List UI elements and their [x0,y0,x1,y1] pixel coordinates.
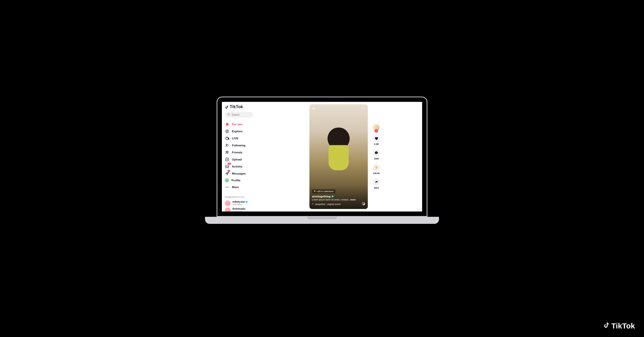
share-button[interactable]: 2824 [373,179,380,189]
svg-point-14 [226,187,226,188]
laptop-notch [307,217,337,219]
svg-point-6 [226,144,227,145]
nav-for-you[interactable]: For you [225,121,265,128]
sound-link[interactable]: Jacqueline - original sound [312,203,340,205]
save-button[interactable]: 145.6k [373,164,380,175]
nav-profile[interactable]: Profile [225,177,265,184]
chip-label: Add to collections [317,190,334,193]
more-icon [225,185,229,189]
svg-point-24 [376,152,376,153]
nav-label: For you [232,123,243,126]
suggested-title: Suggested for you [225,195,265,198]
suggested-account[interactable]: miketyson username [225,200,265,207]
activity-badge: 24 [228,163,231,165]
nav-label: LIVE [232,137,238,140]
user-check-icon [225,143,229,148]
nav-label: Following [232,144,246,147]
floating-icon[interactable] [362,202,365,206]
svg-point-16 [228,187,229,188]
suggested-account[interactable]: thelotradio username [225,207,265,212]
nav-label: Upload [232,158,242,161]
save-count: 145.6k [373,172,380,175]
screen-bezel: TikTok For you Explore [217,97,427,217]
like-count: 2.2M [374,143,379,145]
search-input[interactable] [232,113,252,116]
nav-explore[interactable]: Explore [225,128,265,135]
video-overlay: Add to collections ameliagething Lorem i… [309,186,368,209]
svg-point-21 [364,108,365,109]
svg-point-15 [227,187,228,188]
live-icon [225,136,229,141]
divider [225,193,250,193]
tiktok-note-icon [603,321,610,330]
search-input-container[interactable] [225,112,253,118]
svg-point-7 [226,151,227,152]
like-button[interactable]: 2.2M [373,135,380,145]
add-collections-chip[interactable]: Add to collections [312,189,335,193]
bookmark-small-icon [314,190,316,193]
nav-label: Messages [232,172,246,175]
nav-label: Profile [231,179,240,182]
comment-button[interactable]: 3368 [373,149,380,160]
nav-messages[interactable]: 6 Messages [225,170,265,177]
nav-more[interactable]: More [225,184,265,191]
search-icon [227,113,230,116]
avatar [225,200,230,206]
profile-avatar [225,178,229,182]
laptop-mockup: TikTok For you Explore [213,97,431,227]
music-note-icon [312,203,314,205]
plus-square-icon [225,157,229,162]
video-content-placeholder [320,128,357,180]
video-player[interactable]: Add to collections ameliagething Lorem i… [309,104,368,209]
nav-label: Friends [232,151,243,154]
svg-marker-5 [228,138,229,139]
svg-point-19 [362,108,363,109]
app-screen: TikTok For you Explore [222,102,422,212]
watermark-text: TikTok [611,322,635,330]
laptop-base [205,217,439,224]
feed: Add to collections ameliagething Lorem i… [267,102,422,212]
action-rail: + 2.2M 3368 145.6k [373,124,380,189]
share-count: 2824 [374,187,379,189]
laptop-frame: TikTok For you Explore [213,97,431,227]
users-icon [225,150,229,155]
watermark-brand: TikTok [603,321,635,330]
sidebar: TikTok For you Explore [222,102,267,212]
comment-count: 3368 [374,157,379,160]
nav-live[interactable]: LIVE [225,135,265,142]
svg-line-1 [229,115,230,115]
svg-point-25 [376,152,376,153]
nav-upload[interactable]: Upload [225,156,265,163]
suggested-sub: username [232,203,248,206]
home-icon [225,122,229,127]
mute-icon[interactable] [312,107,315,111]
brand-text: TikTok [230,104,243,109]
poster-avatar-button[interactable]: + [373,124,380,131]
verified-icon [332,195,334,197]
nav-label: Activity [232,165,243,168]
follow-plus-icon[interactable]: + [375,129,378,133]
svg-point-0 [228,113,229,115]
svg-rect-23 [364,204,365,205]
svg-point-8 [227,151,228,152]
video-more-icon[interactable] [362,107,365,111]
video-caption[interactable]: Lorem ipsum dolor sit amet, consect...mo… [312,198,365,201]
compass-icon [225,129,229,134]
svg-rect-4 [226,137,228,139]
nav-activity[interactable]: 24 Activity [225,163,265,170]
verified-icon [246,201,248,203]
inbox-icon [225,164,229,169]
nav-following[interactable]: Following [225,142,265,149]
tiktok-note-icon [225,105,229,109]
messages-badge: 6 [228,170,230,172]
nav-label: Explore [232,130,243,133]
avatar [225,207,230,212]
nav-friends[interactable]: Friends [225,149,265,156]
svg-point-20 [363,108,364,109]
send-icon [225,171,229,176]
nav-label: More [232,186,239,189]
svg-marker-3 [227,131,228,132]
poster-username[interactable]: ameliagething [312,195,365,198]
brand-logo[interactable]: TikTok [225,104,265,109]
suggested-sub: username [232,210,246,212]
